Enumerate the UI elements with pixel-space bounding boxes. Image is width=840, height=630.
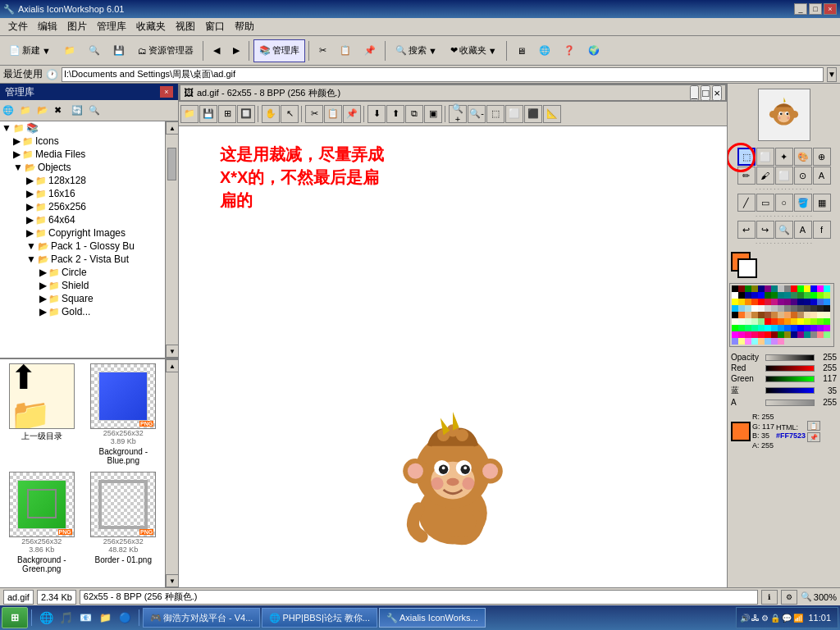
color-cell[interactable] xyxy=(738,338,745,345)
color-cell[interactable] xyxy=(784,325,791,331)
color-cell[interactable] xyxy=(804,299,810,305)
color-cell[interactable] xyxy=(751,292,758,299)
library-button[interactable]: 📚 管理库 xyxy=(253,39,305,62)
folder-icon[interactable]: 📁 xyxy=(96,609,114,627)
color-cell[interactable] xyxy=(758,285,765,292)
color-cell[interactable] xyxy=(791,305,797,312)
color-cell[interactable] xyxy=(771,312,778,318)
tray-icon6[interactable]: 📶 xyxy=(793,614,803,623)
color-cell[interactable] xyxy=(732,285,738,292)
color-cell[interactable] xyxy=(758,292,765,299)
color-cell[interactable] xyxy=(810,292,817,299)
canvas-save-btn[interactable]: 💾 xyxy=(199,105,217,123)
sidebar-item-16[interactable]: ▶📁16x16 xyxy=(0,187,165,200)
color-cell[interactable] xyxy=(758,331,765,338)
color-cell[interactable] xyxy=(778,292,784,299)
tool-color-sel[interactable]: 🎨 xyxy=(794,148,812,166)
start-button[interactable]: ⊞ xyxy=(2,607,28,628)
file-item-bg-green[interactable]: PNG 256x256x32 3.86 Kb Background - Gree… xyxy=(2,469,82,576)
color-cell[interactable] xyxy=(784,285,791,292)
color-cell[interactable] xyxy=(765,312,771,318)
color-cell[interactable] xyxy=(817,331,824,338)
color-cell[interactable] xyxy=(824,285,830,292)
canvas-zoomin-btn[interactable]: 🔍+ xyxy=(449,105,467,123)
color-cell[interactable] xyxy=(804,318,810,325)
sidebar-item-circle[interactable]: ▶📁Circle xyxy=(0,266,165,279)
save-button[interactable]: 💾 xyxy=(107,39,130,62)
color-cell[interactable] xyxy=(738,285,745,292)
sidebar-item-pack1[interactable]: ▼📂Pack 1 - Glossy Bu xyxy=(0,240,165,253)
menu-view[interactable]: 视图 xyxy=(171,18,200,35)
sidebar-globe-button[interactable]: 🌐 xyxy=(2,103,18,119)
color-cell[interactable] xyxy=(797,318,804,325)
color-cell[interactable] xyxy=(758,318,765,325)
color-cell[interactable] xyxy=(824,292,830,299)
color-cell[interactable] xyxy=(784,312,791,318)
color-cell[interactable] xyxy=(810,312,817,318)
color-cell[interactable] xyxy=(817,292,824,299)
canvas-zoomout-btn[interactable]: 🔍- xyxy=(468,105,486,123)
color-cell[interactable] xyxy=(817,299,824,305)
color-cell[interactable] xyxy=(817,305,824,312)
color-cell[interactable] xyxy=(765,318,771,325)
color-cell[interactable] xyxy=(765,305,771,312)
tool-undo[interactable]: ↩ xyxy=(737,221,756,239)
tree-root[interactable]: ▼📁📚 xyxy=(0,121,165,135)
color-cell[interactable] xyxy=(738,292,745,299)
color-cell[interactable] xyxy=(791,312,797,318)
scroll-up-arrow[interactable]: ▲ xyxy=(166,121,178,135)
sidebar-item-128[interactable]: ▶📁128x128 xyxy=(0,174,165,187)
close-button[interactable]: × xyxy=(824,3,837,15)
browse-button[interactable]: 🔍 xyxy=(83,39,106,62)
canvas-open-btn[interactable]: 📁 xyxy=(180,105,199,123)
color-cell[interactable] xyxy=(738,312,745,318)
color-cell[interactable] xyxy=(817,285,824,292)
sidebar-item-shield[interactable]: ▶📁Shield xyxy=(0,279,165,292)
copy-button[interactable]: 📋 xyxy=(334,39,357,62)
color-cell[interactable] xyxy=(810,305,817,312)
color-cell[interactable] xyxy=(745,292,751,299)
color-cell[interactable] xyxy=(732,299,738,305)
color-cell[interactable] xyxy=(810,299,817,305)
color-cell[interactable] xyxy=(797,325,804,331)
search-button[interactable]: 🔍 搜索 ▼ xyxy=(390,39,443,62)
canvas-win-controls[interactable]: _ □ × xyxy=(690,85,722,101)
color-cell[interactable] xyxy=(797,299,804,305)
color-cell[interactable] xyxy=(804,305,810,312)
color-cell[interactable] xyxy=(771,292,778,299)
tool-select-rect[interactable]: ⬚ xyxy=(737,148,756,166)
color-cell[interactable] xyxy=(804,285,810,292)
help-btn[interactable]: ❓ xyxy=(558,39,581,62)
open-button[interactable]: 📁 xyxy=(58,39,81,62)
tool-eraser[interactable]: ⬜ xyxy=(775,167,793,185)
color-cell[interactable] xyxy=(784,331,791,338)
opacity-slider[interactable] xyxy=(765,354,815,361)
scroll-thumb[interactable] xyxy=(167,148,176,180)
ie2-icon[interactable]: 🔵 xyxy=(116,609,134,627)
menu-library[interactable]: 管理库 xyxy=(92,18,131,35)
color-cell[interactable] xyxy=(765,285,771,292)
new-button[interactable]: 📄 新建 ▼ xyxy=(3,39,57,62)
color-action-btns[interactable]: 📋 📌 xyxy=(807,421,820,442)
color-cell[interactable] xyxy=(758,305,765,312)
color-cell[interactable] xyxy=(745,305,751,312)
path-dropdown-button[interactable]: ▼ xyxy=(827,67,837,82)
color-cell[interactable] xyxy=(778,285,784,292)
scroll-down-arrow[interactable]: ▼ xyxy=(166,345,178,358)
taskbar-task3[interactable]: 🔧 Axialis IconWorks... xyxy=(379,608,486,628)
sidebar-delete-button[interactable]: ✖ xyxy=(53,103,70,119)
color-cell[interactable] xyxy=(784,299,791,305)
color-cell[interactable] xyxy=(810,285,817,292)
tray-icon4[interactable]: 🔒 xyxy=(770,614,780,623)
color-cell[interactable] xyxy=(765,325,771,331)
web-button[interactable]: 🌍 xyxy=(582,39,605,62)
sidebar-item-objects[interactable]: ▼📂Objects xyxy=(0,161,165,174)
menu-image[interactable]: 图片 xyxy=(62,18,92,35)
color-cell[interactable] xyxy=(745,331,751,338)
canvas-cursor-btn[interactable]: ↖ xyxy=(281,105,299,123)
color-cell[interactable] xyxy=(758,299,765,305)
color-cell[interactable] xyxy=(810,318,817,325)
color-cell[interactable] xyxy=(810,331,817,338)
color-cell[interactable] xyxy=(804,312,810,318)
color-cell[interactable] xyxy=(745,285,751,292)
